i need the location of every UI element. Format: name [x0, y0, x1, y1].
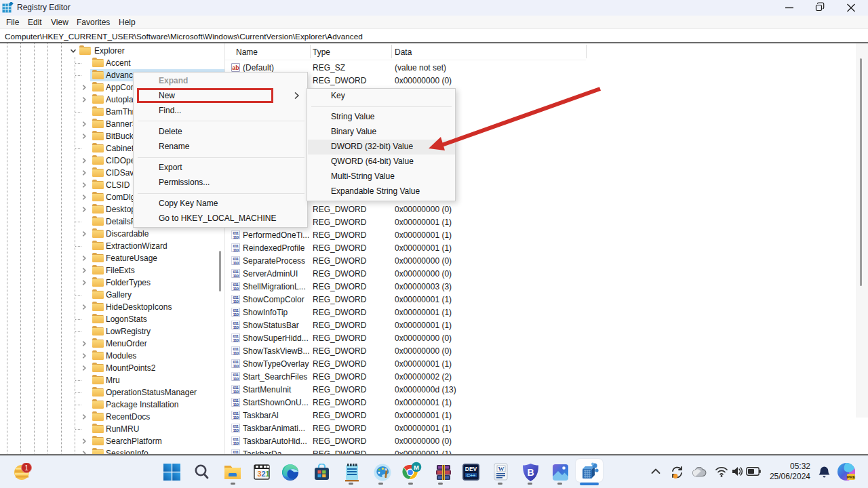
- svg-text:DEV: DEV: [465, 466, 477, 472]
- svg-text:C++: C++: [467, 473, 475, 478]
- svg-text:B: B: [527, 467, 534, 478]
- svg-text:M: M: [414, 464, 419, 471]
- svg-text:1: 1: [266, 470, 270, 478]
- svg-text:W: W: [498, 466, 505, 472]
- svg-text:PRE: PRE: [847, 474, 856, 479]
- svg-text:1: 1: [24, 464, 28, 472]
